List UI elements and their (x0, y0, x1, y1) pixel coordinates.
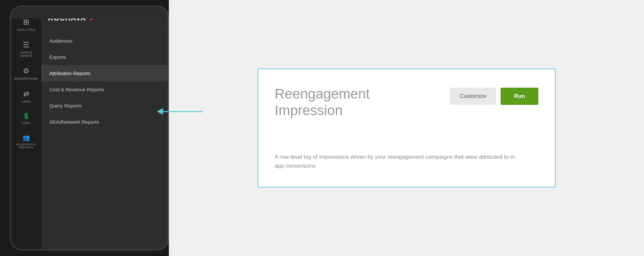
sidebar-item-analytics[interactable]: ⊞ ANALYTICS (11, 13, 41, 36)
arrow-indicator (157, 108, 203, 115)
apps-assets-label: APPS &ASSETS (20, 51, 33, 58)
customize-button[interactable]: Customize (450, 88, 496, 105)
analytics-icon: ⊞ (23, 18, 29, 26)
card-description: A row-level log of impressions driven by… (275, 152, 523, 170)
run-button[interactable]: Run (501, 88, 538, 105)
card-title-line2: Impression (275, 103, 343, 118)
card-title-line1: Reengagement (275, 86, 370, 102)
arrow-line (163, 111, 203, 112)
links-icon: ⇄ (23, 90, 29, 98)
card-title: Reengagement Impression (275, 86, 370, 119)
device-frame: ⊞ ANALYTICS ☰ APPS &ASSETS ⚙ INTEGRATION… (10, 6, 169, 250)
brand-star: ★ (88, 14, 94, 22)
arrow-head (157, 108, 163, 115)
sidebar-item-apps-assets[interactable]: ☰ APPS &ASSETS (11, 36, 41, 62)
analytics-label: ANALYTICS (17, 28, 35, 31)
report-card: Reengagement Impression Customize Run A … (258, 68, 556, 188)
nav-item-attribution-reports[interactable]: Attribution Reports (41, 65, 169, 81)
main-content: Reengagement Impression Customize Run A … (169, 0, 644, 256)
nav-item-audiences[interactable]: Audiences (41, 33, 169, 49)
sidebar-item-audiences-reports[interactable]: 👥 AUDIENCES &REPORTS (11, 129, 41, 153)
audiences-reports-icon: 👥 (23, 134, 30, 141)
nav-item-query-reports[interactable]: Query Reports (41, 98, 169, 114)
icon-rail: ⊞ ANALYTICS ☰ APPS &ASSETS ⚙ INTEGRATION… (11, 7, 41, 249)
integrations-label: INTEGRATIONS (14, 77, 38, 80)
integrations-icon: ⚙ (23, 67, 29, 75)
cost-icon: 💲 (23, 112, 30, 120)
audiences-reports-label: AUDIENCES &REPORTS (16, 143, 36, 149)
brand-header: KOCHAVA ★ (41, 7, 169, 30)
sidebar-item-integrations[interactable]: ⚙ INTEGRATIONS (11, 62, 41, 85)
apps-assets-icon: ☰ (23, 41, 29, 49)
brand-name: KOCHAVA (48, 14, 86, 22)
links-label: LINKS (22, 100, 31, 103)
nav-item-cost-revenue-reports[interactable]: Cost & Revenue Reports (41, 81, 169, 98)
card-top: Reengagement Impression Customize Run (275, 86, 538, 119)
sidebar-item-links[interactable]: ⇄ LINKS (11, 85, 41, 108)
cost-label: COST (22, 121, 30, 125)
card-actions: Customize Run (450, 88, 538, 105)
nav-item-exports[interactable]: Exports (41, 49, 169, 65)
nav-item-skadnetwork-reports[interactable]: SKAdNetwork Reports (41, 114, 169, 130)
sidebar-nav: KOCHAVA ★ Audiences Exports Attribution … (41, 7, 169, 249)
sidebar-item-cost[interactable]: 💲 COST (11, 108, 41, 129)
main-nav: Audiences Exports Attribution Reports Co… (41, 30, 169, 133)
